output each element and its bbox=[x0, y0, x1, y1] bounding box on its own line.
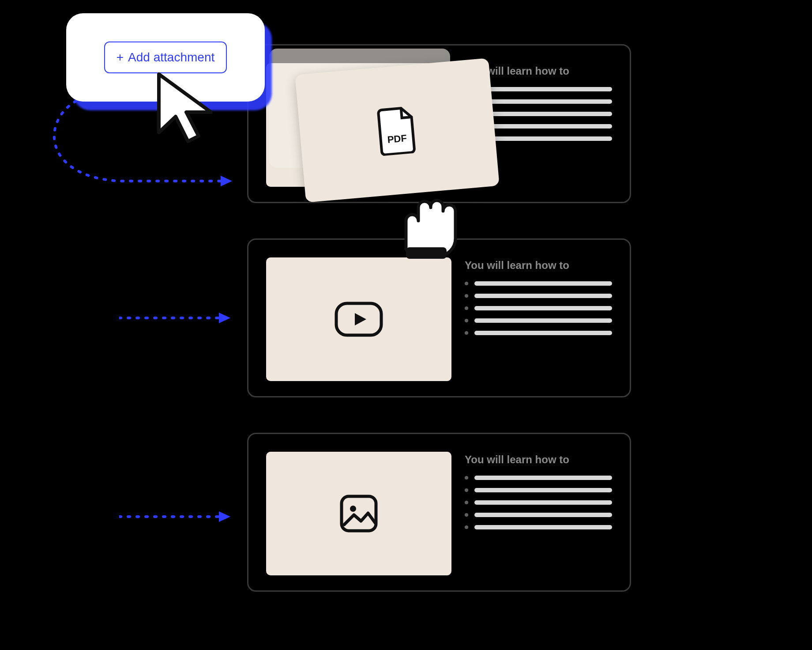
grab-hand-icon bbox=[388, 177, 463, 261]
svg-point-3 bbox=[350, 506, 356, 512]
svg-marker-8 bbox=[219, 313, 230, 323]
video-icon bbox=[335, 302, 383, 337]
list-item bbox=[465, 513, 612, 517]
bullet-list bbox=[465, 281, 612, 335]
list-item bbox=[465, 488, 612, 492]
plus-icon: + bbox=[117, 51, 124, 64]
list-item bbox=[465, 525, 612, 529]
svg-marker-6 bbox=[221, 176, 232, 186]
list-item bbox=[465, 318, 612, 323]
pdf-file-icon: PDF bbox=[375, 104, 419, 156]
list-item bbox=[465, 500, 612, 505]
bullet-list bbox=[465, 476, 612, 529]
attachment-thumb-video bbox=[266, 257, 451, 381]
attachment-row-video: You will learn how to bbox=[247, 238, 631, 397]
attachment-row-image: You will learn how to bbox=[247, 433, 631, 592]
flow-arrow-2 bbox=[119, 309, 234, 327]
add-attachment-button[interactable]: + Add attachment bbox=[104, 42, 227, 73]
flow-arrow-3 bbox=[119, 508, 234, 525]
pointer-cursor-icon bbox=[154, 71, 225, 150]
list-item bbox=[465, 281, 612, 286]
attachment-thumb-image bbox=[266, 452, 451, 575]
svg-rect-2 bbox=[342, 496, 376, 531]
list-item bbox=[465, 306, 612, 310]
svg-text:PDF: PDF bbox=[387, 132, 407, 145]
image-icon bbox=[339, 494, 379, 533]
row-heading: You will learn how to bbox=[465, 259, 612, 272]
svg-marker-10 bbox=[219, 511, 230, 522]
row-heading: You will learn how to bbox=[465, 453, 612, 466]
list-item bbox=[465, 331, 612, 335]
add-attachment-label: Add attachment bbox=[128, 50, 214, 64]
svg-marker-1 bbox=[355, 313, 366, 325]
svg-rect-5 bbox=[406, 247, 447, 259]
list-item bbox=[465, 476, 612, 480]
list-item bbox=[465, 294, 612, 298]
